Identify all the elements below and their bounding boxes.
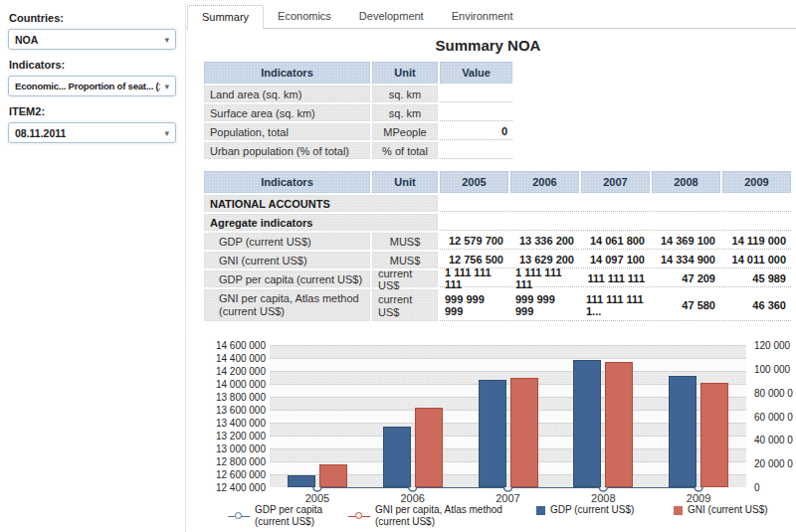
table-header-row: IndicatorsUnit20052006200720082009 bbox=[204, 171, 793, 193]
indicators-dropdown-value: Economic... Proportion of seat... (1374) bbox=[15, 81, 160, 91]
value-cell: 47 209 bbox=[652, 270, 720, 287]
column-header: 2007 bbox=[581, 171, 650, 193]
value-cell bbox=[510, 214, 579, 231]
value-cell: 46 360 bbox=[722, 289, 791, 321]
x-axis-tick-label: 2007 bbox=[479, 492, 538, 504]
item2-dropdown[interactable]: 08.11.2011 ▾ bbox=[8, 122, 176, 143]
value-cell: 14 061 800 bbox=[581, 233, 650, 250]
bar-gni bbox=[700, 383, 728, 487]
chevron-down-icon: ▾ bbox=[164, 128, 169, 138]
sidebar: Countries: NOA ▾ Indicators: Economic...… bbox=[0, 0, 184, 532]
left-axis-tick-label: 12 800 000 bbox=[209, 456, 266, 467]
indicator-cell: GDP (current US$) bbox=[204, 233, 370, 250]
column-header: 2009 bbox=[722, 171, 791, 193]
value-cell: 111 111 111 bbox=[581, 270, 650, 287]
bar-gni bbox=[415, 408, 443, 487]
value-cell: 14 097 100 bbox=[581, 252, 650, 268]
indicators-dropdown[interactable]: Economic... Proportion of seat... (1374)… bbox=[8, 76, 176, 96]
value-cell bbox=[440, 195, 508, 212]
value-cell: 999 999 999 bbox=[510, 289, 579, 321]
left-axis-tick-label: 13 200 000 bbox=[209, 431, 266, 442]
value-cell bbox=[440, 104, 512, 121]
left-axis-tick-label: 14 400 000 bbox=[209, 353, 266, 364]
legend-line-marker-icon bbox=[348, 512, 370, 521]
bar-gdp bbox=[383, 427, 411, 487]
x-axis-tick-label: 2006 bbox=[383, 492, 443, 504]
indicator-cell: GDP per capita (current US$) bbox=[204, 270, 370, 287]
value-cell bbox=[652, 214, 720, 231]
column-header: Indicators bbox=[204, 171, 370, 193]
indicator-cell: Land area (sq. km) bbox=[204, 86, 370, 102]
application-window: Countries: NOA ▾ Indicators: Economic...… bbox=[0, 0, 796, 532]
value-cell bbox=[440, 86, 512, 102]
left-axis-tick-label: 13 000 000 bbox=[209, 443, 266, 454]
unit-cell: MUS$ bbox=[372, 252, 438, 268]
tab-development[interactable]: Development bbox=[345, 5, 438, 29]
value-cell bbox=[581, 214, 650, 231]
indicators-label: Indicators: bbox=[9, 59, 176, 71]
countries-dropdown[interactable]: NOA ▾ bbox=[8, 29, 176, 50]
column-header: 2008 bbox=[652, 171, 720, 193]
legend-item: GNI per capita, Atlas method (current US… bbox=[348, 504, 522, 528]
chart-legend: GDP per capita (current US$)GNI per capi… bbox=[259, 504, 766, 528]
item2-label: ITEM2: bbox=[9, 105, 176, 117]
legend-label: GNI (current US$) bbox=[688, 504, 796, 516]
table-row: GDP per capita (current US$)current US$1… bbox=[204, 270, 793, 287]
value-cell: 13 336 200 bbox=[510, 233, 579, 250]
value-cell: 999 999 999 bbox=[440, 289, 508, 321]
left-axis-tick-label: 12 600 000 bbox=[209, 469, 266, 480]
value-cell bbox=[722, 195, 791, 212]
left-axis-tick-label: 12 400 000 bbox=[209, 482, 266, 493]
legend-square-marker-icon bbox=[674, 506, 683, 515]
tab-environment[interactable]: Environment bbox=[438, 5, 527, 29]
table-header-row: IndicatorsUnitValue bbox=[204, 62, 514, 84]
bar-gni bbox=[319, 464, 347, 487]
unit-cell: MUS$ bbox=[372, 233, 438, 250]
column-header: Unit bbox=[372, 62, 438, 84]
right-axis-tick-label: 20 000 0 bbox=[754, 458, 796, 469]
section-cell: Agregate indicators bbox=[204, 214, 438, 231]
indicator-cell: Urban population (% of total) bbox=[204, 142, 370, 159]
table-row: Agregate indicators bbox=[204, 214, 793, 231]
countries-dropdown-value: NOA bbox=[15, 34, 38, 46]
value-cell: 14 119 000 bbox=[722, 233, 791, 250]
value-cell: 1 111 111 111 bbox=[510, 270, 579, 287]
value-cell: 111 111 111 1... bbox=[581, 289, 650, 321]
legend-line-marker-icon bbox=[228, 512, 250, 521]
bar-gdp bbox=[669, 376, 696, 487]
table-row: Population, totalMPeople0 bbox=[204, 123, 514, 140]
right-axis-tick-label: 60 000 0 bbox=[754, 412, 796, 423]
value-cell bbox=[652, 195, 720, 212]
value-cell: 45 989 bbox=[722, 270, 791, 287]
indicator-cell: Surface area (sq. km) bbox=[204, 104, 370, 121]
value-cell: 0 bbox=[440, 123, 512, 140]
countries-label: Countries: bbox=[9, 12, 176, 24]
gdp-gni-combo-chart: GDP per capita (current US$)GNI per capi… bbox=[209, 338, 796, 532]
x-axis-tick-label: 2009 bbox=[669, 492, 728, 504]
value-cell: 12 579 700 bbox=[440, 233, 508, 250]
left-axis-tick-label: 14 200 000 bbox=[209, 366, 266, 377]
tab-bar: SummaryEconomicsDevelopmentEnvironment bbox=[187, 5, 526, 29]
value-cell: 14 369 100 bbox=[652, 233, 720, 250]
left-axis-tick-label: 13 800 000 bbox=[209, 392, 266, 403]
table-row: NATIONAL ACCOUNTS bbox=[204, 195, 793, 212]
column-header: Value bbox=[440, 62, 512, 84]
left-axis-tick-label: 13 600 000 bbox=[209, 405, 266, 416]
value-cell bbox=[510, 195, 579, 212]
left-axis-tick-label: 13 400 000 bbox=[209, 418, 266, 429]
value-cell: 14 011 000 bbox=[722, 252, 791, 268]
left-axis-tick-label: 14 600 000 bbox=[209, 340, 266, 351]
sidebar-divider bbox=[185, 4, 186, 532]
bar-gdp bbox=[288, 475, 315, 487]
column-header: Indicators bbox=[204, 62, 370, 84]
grid-band bbox=[270, 345, 746, 358]
legend-item: GDP per capita (current US$) bbox=[228, 504, 334, 528]
tab-summary[interactable]: Summary bbox=[187, 5, 264, 30]
tab-economics[interactable]: Economics bbox=[264, 5, 345, 29]
table-row: GDP (current US$)MUS$12 579 70013 336 20… bbox=[204, 233, 793, 250]
indicator-cell: Population, total bbox=[204, 123, 370, 140]
value-cell: 14 334 900 bbox=[652, 252, 720, 268]
value-cell bbox=[581, 195, 650, 212]
page-title: Summary NOA bbox=[185, 37, 791, 54]
indicator-cell: GNI (current US$) bbox=[204, 252, 370, 268]
